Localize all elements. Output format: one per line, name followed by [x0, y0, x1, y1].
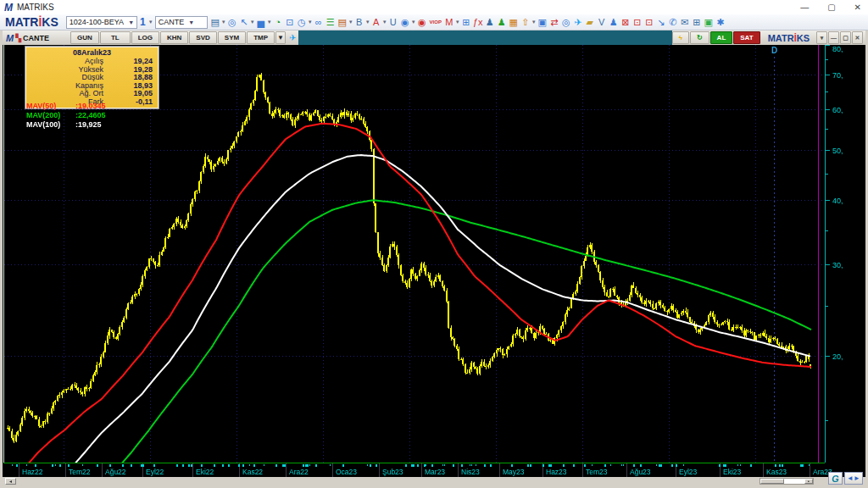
- clock-icon[interactable]: ◷: [296, 15, 308, 30]
- close-button[interactable]: ✕: [854, 3, 861, 12]
- matriks-m-icon[interactable]: M: [443, 15, 455, 30]
- journal-icon[interactable]: ▤: [337, 15, 348, 30]
- viop-icon[interactable]: VIOP: [428, 15, 443, 30]
- mav-legend: MAV(50):19,0345MAV(200):22,4605MAV(100):…: [26, 102, 106, 130]
- pointer-icon[interactable]: ↖: [238, 15, 250, 30]
- search-icon[interactable]: ◎: [560, 15, 572, 30]
- window-gear-icon[interactable]: ⊠: [620, 15, 632, 30]
- scrollbar-button[interactable]: •: [804, 479, 813, 484]
- chart-type-icon[interactable]: ▚: [15, 34, 21, 42]
- twitter-icon[interactable]: ✈: [289, 33, 296, 42]
- chevron-down-icon: ▼: [128, 19, 134, 25]
- window-title: MATRIKS: [17, 3, 54, 12]
- calculator-icon[interactable]: ⊞: [691, 15, 703, 30]
- symbol-select[interactable]: CANTE▼: [155, 16, 208, 29]
- matriks-m-logo: M: [4, 2, 13, 14]
- chart-close-button[interactable]: ✕: [852, 31, 863, 44]
- maximize-button[interactable]: ▢: [827, 3, 835, 12]
- chart-window: M ▚ CANTE GUNTLLOGKHNSVDSYMTMP ▼ ✈ ϟ ↻ A…: [0, 30, 868, 488]
- window-alt-icon[interactable]: ⊡: [643, 15, 655, 30]
- price-chart[interactable]: [3, 45, 865, 477]
- fx-icon[interactable]: ƒx: [472, 15, 484, 30]
- buy-button[interactable]: AL: [710, 31, 733, 44]
- chart-rollup-button[interactable]: ▾: [816, 31, 827, 44]
- chart-maximize-button[interactable]: ▢: [840, 31, 851, 44]
- titlebar-fill: [298, 30, 671, 45]
- chart-symbol-label: CANTE: [23, 34, 70, 42]
- mav-legend-row: MAV(50):19,0345: [26, 102, 106, 111]
- chart-body: 08Aralık23 Açılış19,24 Yüksek19,28 Düşük…: [3, 45, 865, 477]
- app-window: M MATRIKS — ▢ ✕ MATRİKS 1024-100-BEYA▼ 1…: [0, 0, 868, 488]
- v-icon[interactable]: V: [596, 15, 608, 30]
- depth-list-icon[interactable]: ☰: [325, 15, 337, 30]
- ohlc-tooltip: 08Aralık23 Açılış19,24 Yüksek19,28 Düşük…: [25, 47, 159, 108]
- mav-value: :22,4605: [75, 111, 106, 120]
- traffic-light-icon[interactable]: ▦: [508, 15, 520, 30]
- user-icon[interactable]: ♟: [484, 15, 496, 30]
- mav-label: MAV(50): [26, 102, 75, 111]
- zoom-icon[interactable]: ◎: [226, 15, 238, 30]
- flash-order-button[interactable]: ϟ: [672, 31, 689, 44]
- exchange-icon[interactable]: ⇄: [548, 15, 560, 30]
- mail-icon[interactable]: ✉: [679, 15, 691, 30]
- alarm-icon[interactable]: ✆: [667, 15, 679, 30]
- documents-icon[interactable]: ▣: [537, 15, 548, 30]
- monitor-icon[interactable]: ⊡: [284, 15, 296, 30]
- chart-minimize-button[interactable]: —: [828, 31, 839, 44]
- main-toolbar: MATRİKS 1024-100-BEYA▼ 1▼ CANTE▼ ▤▼◎↖▼▅▼…: [0, 14, 868, 30]
- chart-mode-button-log[interactable]: LOG: [131, 31, 159, 44]
- refresh-button[interactable]: ↻: [690, 31, 709, 44]
- chart-mode-button-tmp[interactable]: TMP: [247, 31, 275, 44]
- chat-icon[interactable]: ▣: [703, 15, 715, 30]
- user-chart-icon[interactable]: ♟: [496, 15, 508, 30]
- matriks-brand-logo: MATRİKS: [5, 15, 58, 29]
- handshake-icon[interactable]: ∞: [313, 15, 325, 30]
- mav-legend-row: MAV(100):19,925: [26, 120, 106, 130]
- bottom-scroll-strip: ◂ • G ◄►: [3, 477, 865, 485]
- chart-mode-button-khn[interactable]: KHN: [160, 31, 188, 44]
- underline-icon[interactable]: U: [387, 15, 399, 30]
- matriks-swirl-logo-button[interactable]: G: [828, 472, 843, 485]
- chart-window-icon[interactable]: ⊞: [460, 15, 472, 30]
- upload-icon[interactable]: ⇧: [520, 15, 531, 30]
- window-titlebar: M MATRIKS — ▢ ✕: [0, 0, 868, 14]
- page-number[interactable]: 1: [139, 16, 147, 28]
- settings-icon[interactable]: ✱: [715, 15, 726, 30]
- mav-value: :19,925: [75, 120, 102, 130]
- chart-mode-button-sym[interactable]: SYM: [218, 31, 246, 44]
- pie-chart-icon[interactable]: ◔: [272, 15, 284, 30]
- matriks-m-icon: M: [6, 33, 14, 43]
- horizontal-scrollbar[interactable]: •: [760, 478, 814, 485]
- save-icon[interactable]: ▤: [209, 15, 221, 30]
- twitter-icon[interactable]: ✈: [572, 15, 584, 30]
- bold-icon[interactable]: B: [353, 15, 365, 30]
- user-export-icon[interactable]: ♟: [608, 15, 620, 30]
- scroll-nav-arrows-button[interactable]: ◄►: [844, 472, 863, 485]
- mav-label: MAV(100): [26, 120, 75, 130]
- font-icon[interactable]: A: [370, 15, 382, 30]
- chart-mode-button-svd[interactable]: SVD: [189, 31, 216, 44]
- workspace-select[interactable]: 1024-100-BEYA▼: [66, 16, 137, 29]
- compass-icon[interactable]: ◉: [399, 15, 411, 30]
- diff-value: -0,11: [115, 98, 153, 107]
- chevron-down-icon[interactable]: ▼: [148, 19, 153, 25]
- matriks-brand-small: MATRİKS: [768, 33, 810, 43]
- chart-mode-button-gun[interactable]: GUN: [70, 31, 99, 44]
- folder-icon[interactable]: ▰: [584, 15, 596, 30]
- chart-titlebar: M ▚ CANTE GUNTLLOGKHNSVDSYMTMP ▼ ✈ ϟ ↻ A…: [3, 30, 865, 45]
- chart-options-dropdown[interactable]: ▼: [275, 31, 286, 44]
- mav-label: MAV(200): [26, 111, 75, 120]
- chart-mode-button-tl[interactable]: TL: [100, 31, 131, 44]
- mav-value: :19,0345: [75, 102, 106, 111]
- sell-button[interactable]: SAT: [733, 31, 760, 44]
- scroll-left-button[interactable]: ◂: [5, 478, 16, 485]
- bar-chart-icon[interactable]: ▅: [255, 15, 267, 30]
- draw-arrow-icon[interactable]: ↘: [655, 15, 667, 30]
- minimize-button[interactable]: —: [800, 3, 809, 12]
- window-icon[interactable]: ⊡: [632, 15, 643, 30]
- scrollbar-thumb[interactable]: [760, 479, 784, 484]
- chevron-down-icon: ▼: [188, 19, 194, 25]
- mav-legend-row: MAV(200):22,4605: [26, 111, 106, 120]
- compass-alt-icon[interactable]: ◉: [416, 15, 428, 30]
